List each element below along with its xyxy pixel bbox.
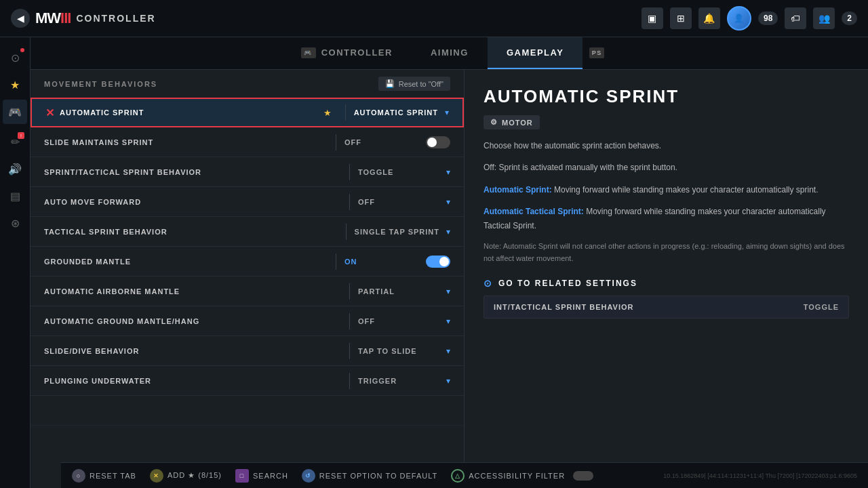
divider: [349, 343, 350, 359]
topbar-right: ▣ ⊞ 🔔 👤 98 🏷 👥 2: [642, 6, 857, 30]
divider: [346, 224, 347, 240]
toggle-knob: [439, 257, 449, 266]
setting-value-sprint-tactical: TOGGLE: [358, 168, 439, 176]
reset-option-action[interactable]: ↺ RESET OPTION TO DEFAULT: [302, 469, 437, 483]
setting-label-grounded-mantle: GROUNDED MANTLE: [44, 258, 328, 266]
sidebar-item-favorites[interactable]: ★: [3, 73, 27, 97]
add-favorite-action[interactable]: ✕ ADD ★ (8/15): [150, 469, 222, 483]
detail-description-tactical: Automatic Tactical Sprint: Moving forwar…: [484, 205, 849, 232]
setting-label-plunging-underwater: PLUNGING UNDERWATER: [44, 377, 341, 385]
reset-tab-btn-icon: ○: [72, 469, 85, 483]
tactical-sprint-label: Automatic Tactical Sprint:: [484, 207, 584, 216]
sidebar-item-account[interactable]: ▤: [3, 184, 27, 208]
left-sidebar: ⊙ ★ 🎮 ! ✏ 🔊 ▤ ⊛: [0, 37, 31, 488]
detail-note: Note: Automatic Sprint will not cancel o…: [484, 241, 849, 264]
related-setting-name: INT/TACTICAL SPRINT BEHAVIOR: [494, 303, 804, 311]
tab-gameplay[interactable]: GAMEPLAY: [488, 37, 583, 69]
motor-icon: ⚙: [490, 118, 498, 127]
back-button[interactable]: ◀: [11, 9, 30, 28]
tab-aiming[interactable]: AIMING: [412, 37, 488, 69]
setting-label-auto-move: AUTO MOVE FORWARD: [44, 198, 341, 206]
link-icon: ⊙: [484, 278, 493, 289]
left-panel: MOVEMENT BEHAVIORS 💾 Reset to "Off" ✕ AU…: [31, 70, 465, 462]
scroll-spacer: [31, 396, 464, 426]
settings-icon[interactable]: ▣: [642, 7, 663, 29]
divider: [336, 134, 336, 150]
sidebar-item-back[interactable]: ⊙: [3, 45, 27, 70]
chevron-down-icon: ▾: [446, 376, 450, 386]
chevron-down-icon: ▾: [446, 346, 450, 356]
related-setting-row[interactable]: INT/TACTICAL SPRINT BEHAVIOR TOGGLE: [484, 296, 849, 319]
star-icon[interactable]: ★: [323, 108, 332, 118]
auto-sprint-label: Automatic Sprint:: [484, 185, 552, 195]
divider: [349, 283, 350, 300]
divider: [349, 373, 350, 389]
controller-tab-icon: 🎮: [301, 47, 316, 58]
setting-value-plunging-underwater: TRIGGER: [358, 377, 439, 385]
search-action[interactable]: □ SEARCH: [235, 469, 288, 483]
divider: [345, 104, 346, 121]
game-logo: MWIII: [35, 9, 71, 27]
section-header: MOVEMENT BEHAVIORS 💾 Reset to "Off": [31, 70, 464, 98]
grid-icon[interactable]: ⊞: [670, 7, 692, 29]
setting-label-automatic-sprint: AUTOMATIC SPRINT: [60, 108, 318, 117]
sidebar-item-interface[interactable]: ! ✏: [3, 129, 27, 154]
detail-description-off: Off: Sprint is activated manually with t…: [484, 161, 849, 174]
right-panel: AUTOMATIC SPRINT ⚙ MOTOR Choose how the …: [465, 70, 868, 462]
setting-value-tactical-sprint: SINGLE TAP SPRINT: [355, 228, 439, 236]
logo-area: ◀ MWIII CONTROLLER: [11, 9, 156, 28]
setting-value-grounded-mantle: ON: [344, 258, 426, 266]
setting-label-slide-dive: SLIDE/DIVE BEHAVIOR: [44, 347, 341, 355]
reset-to-off-button[interactable]: 💾 Reset to "Off": [378, 77, 450, 91]
tab-controller[interactable]: 🎮 CONTROLLER: [282, 37, 412, 69]
setting-value-ground-mantle: OFF: [358, 317, 439, 325]
chevron-down-icon: ▾: [446, 227, 450, 237]
sidebar-item-audio[interactable]: 🔊: [3, 157, 27, 181]
level-badge: 98: [758, 12, 778, 25]
toggle-container: [426, 256, 450, 268]
slide-maintains-toggle[interactable]: [426, 136, 450, 148]
tab-bar: 🎮 CONTROLLER AIMING GAMEPLAY PS: [31, 37, 868, 70]
notification-icon[interactable]: 🔔: [698, 7, 720, 29]
setting-value-auto-move: OFF: [358, 198, 439, 206]
topbar: ◀ MWIII CONTROLLER ▣ ⊞ 🔔 👤 98 🏷 👥 2: [0, 0, 868, 37]
close-icon: ✕: [45, 106, 54, 119]
reset-tab-action[interactable]: ○ RESET TAB: [72, 469, 136, 483]
page-title: CONTROLLER: [76, 13, 155, 24]
setting-automatic-ground-mantle[interactable]: AUTOMATIC GROUND MANTLE/HANG OFF ▾: [31, 306, 464, 336]
setting-plunging-underwater[interactable]: PLUNGING UNDERWATER TRIGGER ▾: [31, 366, 464, 396]
related-settings-header: ⊙ GO TO RELATED SETTINGS: [484, 278, 849, 289]
search-btn-icon: □: [235, 469, 249, 483]
sidebar-item-controller[interactable]: 🎮: [3, 100, 27, 124]
setting-sprint-tactical[interactable]: SPRINT/TACTICAL SPRINT BEHAVIOR TOGGLE ▾: [31, 157, 464, 187]
detail-title: AUTOMATIC SPRINT: [484, 86, 849, 107]
chevron-down-icon: ▾: [445, 108, 449, 117]
setting-automatic-sprint[interactable]: ✕ AUTOMATIC SPRINT ★ AUTOMATIC SPRINT ▾: [31, 98, 464, 127]
accessibility-toggle[interactable]: [573, 471, 593, 481]
friends-icon[interactable]: 👥: [813, 7, 835, 29]
chevron-down-icon: ▾: [446, 317, 450, 326]
setting-label-sprint-tactical: SPRINT/TACTICAL SPRINT BEHAVIOR: [44, 168, 341, 176]
setting-value-automatic-sprint: AUTOMATIC SPRINT: [354, 108, 438, 117]
setting-value-slide-maintains: OFF: [344, 138, 426, 146]
chevron-down-icon: ▾: [446, 287, 450, 296]
divider: [349, 313, 350, 329]
clan-icon[interactable]: 🏷: [785, 7, 806, 29]
divider: [349, 194, 350, 210]
setting-tactical-sprint-behavior[interactable]: TACTICAL SPRINT BEHAVIOR SINGLE TAP SPRI…: [31, 217, 464, 247]
setting-slide-dive-behavior[interactable]: SLIDE/DIVE BEHAVIOR TAP TO SLIDE ▾: [31, 336, 464, 366]
accessibility-action[interactable]: △ ACCESSIBILITY FILTER: [451, 469, 593, 483]
bottom-bar: ○ RESET TAB ✕ ADD ★ (8/15) □ SEARCH ↺ RE…: [61, 462, 868, 488]
grounded-mantle-toggle[interactable]: [426, 256, 450, 268]
toggle-knob: [427, 138, 437, 147]
avatar[interactable]: 👤: [727, 6, 751, 30]
sidebar-item-accessibility[interactable]: ⊛: [3, 211, 27, 235]
toggle-container: [426, 136, 450, 148]
setting-automatic-airborne-mantle[interactable]: AUTOMATIC AIRBORNE MANTLE PARTIAL ▾: [31, 277, 464, 306]
accessibility-btn-icon: △: [451, 469, 465, 483]
setting-slide-maintains-sprint[interactable]: SLIDE MAINTAINS SPRINT OFF: [31, 127, 464, 157]
chevron-down-icon: ▾: [446, 167, 450, 177]
setting-auto-move-forward[interactable]: AUTO MOVE FORWARD OFF ▾: [31, 187, 464, 217]
setting-grounded-mantle[interactable]: GROUNDED MANTLE ON: [31, 247, 464, 277]
chevron-down-icon: ▾: [446, 197, 450, 207]
